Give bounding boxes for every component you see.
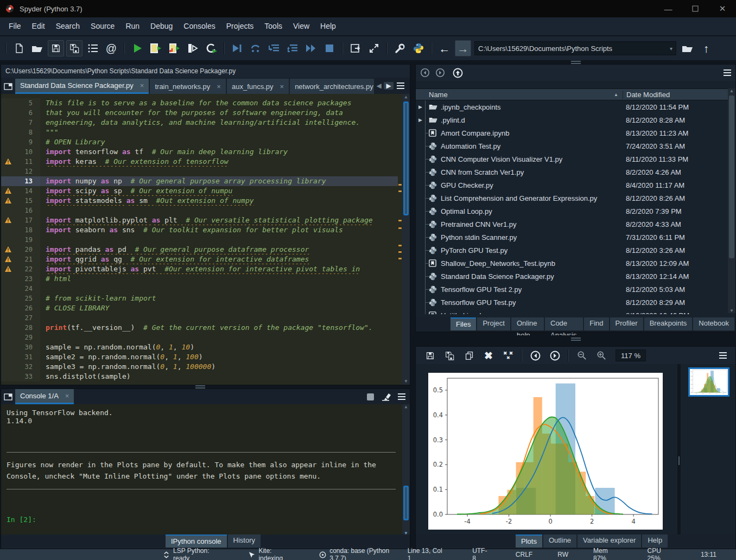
menu-debug[interactable]: Debug <box>145 17 178 35</box>
code-line[interactable]: 16 <box>1 206 398 215</box>
file-row[interactable]: GPU Checker.py8/4/2020 11:17 AM <box>416 179 728 192</box>
menu-projects[interactable]: Projects <box>221 17 259 35</box>
column-header-name[interactable]: Name ▲ <box>416 91 623 99</box>
plots-thumbnail-splitter[interactable] <box>677 364 681 534</box>
line-number-gutter[interactable]: 19 <box>1 235 40 245</box>
explorer-vertical-scrollbar[interactable]: ▲ ▼ <box>728 88 735 313</box>
file-row[interactable]: Amort Compare.ipynb8/13/2020 11:23 AM <box>416 126 728 139</box>
file-row[interactable]: Pretrained CNN Ver1.py8/2/2020 4:33 AM <box>416 218 728 231</box>
run-file-button[interactable] <box>129 40 145 56</box>
parent-directory-button[interactable]: ↑ <box>698 40 714 56</box>
file-row[interactable]: CNN Computer Vision Visualizer V1.py8/11… <box>416 152 728 166</box>
menu-help[interactable]: Help <box>315 17 341 35</box>
code-line[interactable]: 23# html <box>1 274 398 284</box>
tab-variable-explorer[interactable]: Variable explorer <box>578 534 641 548</box>
line-number-gutter[interactable]: 8 <box>1 128 40 137</box>
menu-file[interactable]: File <box>3 17 27 35</box>
run-selection-button[interactable] <box>185 40 201 56</box>
line-number-gutter[interactable]: 30 <box>1 342 40 352</box>
code-line[interactable]: 33sns.distplot(sample) <box>1 372 398 381</box>
matplotlib-figure[interactable]: -4-20240.00.10.20.30.40.5 <box>428 373 663 530</box>
code-line[interactable]: 7engineering, data analytics, and machin… <box>1 118 398 128</box>
tab-history[interactable]: History <box>228 534 261 548</box>
code-line[interactable]: 18import seaborn as sns # Our toolkit ex… <box>1 225 398 235</box>
maximize-button[interactable] <box>682 0 709 17</box>
editor-tab[interactable]: train_networks.py× <box>150 79 225 94</box>
file-row[interactable]: Untitled.ipynb8/10/2020 10:46 PM <box>416 309 728 314</box>
ipython-console-output[interactable]: Using TensorFlow backend.1.14.0 Figures … <box>1 404 410 536</box>
undock-pane-icon[interactable] <box>1 79 15 94</box>
line-number-gutter[interactable]: 31 <box>1 352 40 362</box>
next-directory-icon[interactable] <box>435 68 445 78</box>
preferences-wrench-button[interactable] <box>392 40 408 56</box>
line-number-gutter[interactable]: 26 <box>1 303 40 313</box>
file-row[interactable]: List Comprehension and Generator Express… <box>416 192 728 205</box>
menu-source[interactable]: Source <box>85 17 120 35</box>
tab-code-analysis[interactable]: Code Analysis <box>545 317 583 330</box>
line-number-gutter[interactable]: 28 <box>1 323 40 333</box>
code-line[interactable]: 5This file is to serve as a baseline for… <box>1 98 398 108</box>
editor-options-menu-button[interactable] <box>394 78 408 93</box>
line-number-gutter[interactable]: 17 <box>1 215 40 225</box>
line-number-gutter[interactable]: 25 <box>1 294 40 303</box>
console-options-menu-button[interactable] <box>398 396 405 397</box>
tab-notebook[interactable]: Notebook <box>693 317 734 330</box>
tab-profiler[interactable]: Profiler <box>610 317 643 330</box>
close-plot-button[interactable]: ✖ <box>481 348 496 362</box>
file-row[interactable]: Python stdin Scanner.py7/31/2020 6:11 PM <box>416 231 728 244</box>
maximize-pane-button[interactable] <box>347 40 364 56</box>
code-line[interactable]: 20import pandas as pd # Our general purp… <box>1 245 398 254</box>
previous-directory-icon[interactable] <box>420 68 430 78</box>
file-row[interactable]: Tensorflow GPU Test.py8/12/2020 8:29 AM <box>416 296 728 309</box>
expand-icon[interactable]: ▶ <box>418 104 423 110</box>
line-number-gutter[interactable]: 27 <box>1 313 40 323</box>
code-line[interactable]: 10import tensorflow as tf # Our main dee… <box>1 147 398 157</box>
scroll-up-icon[interactable]: ▲ <box>402 94 410 100</box>
file-row[interactable]: ▶.pylint.d8/12/2020 8:28 AM <box>416 113 728 126</box>
console-prompt[interactable]: In [2]: <box>7 516 397 524</box>
line-number-gutter[interactable]: 20 <box>1 245 40 254</box>
tab-console-1a[interactable]: Console 1/A × <box>15 389 74 404</box>
code-line[interactable]: 22import pivottablejs as pvt #Our extens… <box>1 264 398 274</box>
debug-step-over-button[interactable] <box>248 40 264 56</box>
undock-pane-icon[interactable] <box>1 389 15 404</box>
tab-help[interactable]: Help <box>642 534 668 548</box>
run-cell-button[interactable] <box>148 40 164 56</box>
menu-consoles[interactable]: Consoles <box>178 17 220 35</box>
parent-directory-icon[interactable] <box>453 68 463 78</box>
plots-options-menu-button[interactable] <box>719 355 727 356</box>
file-switcher-button[interactable] <box>85 40 101 56</box>
plot-zoom-level[interactable]: 117 % <box>616 349 646 361</box>
close-button[interactable]: ✕ <box>709 0 736 17</box>
minimize-button[interactable]: — <box>655 0 682 17</box>
menu-search[interactable]: Search <box>50 17 85 35</box>
scrollbar-thumb[interactable] <box>403 101 409 215</box>
code-line[interactable]: 24 <box>1 284 398 294</box>
tab-outline[interactable]: Outline <box>543 534 576 548</box>
code-line[interactable]: 30sample = np.random.normal(0, 1, 10) <box>1 342 398 352</box>
new-file-button[interactable] <box>11 40 27 56</box>
line-number-gutter[interactable]: 16 <box>1 206 40 215</box>
line-number-gutter[interactable]: 24 <box>1 284 40 294</box>
save-all-plots-button[interactable] <box>442 348 456 362</box>
clear-console-icon[interactable] <box>381 392 391 401</box>
file-row[interactable]: ▶.ipynb_checkpoints8/12/2020 11:54 PM <box>416 100 728 113</box>
explorer-options-menu-button[interactable] <box>724 72 731 73</box>
plot-thumbnail-selected[interactable]: -4-20240.00.10.20.30.40.5 <box>688 367 729 397</box>
line-number-gutter[interactable]: 21 <box>1 254 40 264</box>
code-line[interactable]: 14import scipy as sp # Our extension of … <box>1 186 398 196</box>
tab-breakpoints[interactable]: Breakpoints <box>644 317 693 330</box>
zoom-out-icon[interactable] <box>575 348 589 362</box>
menu-tools[interactable]: Tools <box>259 17 288 35</box>
line-number-gutter[interactable]: 5 <box>1 98 40 108</box>
scroll-down-icon[interactable]: ▼ <box>402 378 410 385</box>
tab-find[interactable]: Find <box>584 317 608 330</box>
line-number-gutter[interactable]: 23 <box>1 274 40 284</box>
close-icon[interactable]: × <box>217 82 221 91</box>
line-number-gutter[interactable]: 22 <box>1 264 40 274</box>
close-icon[interactable]: × <box>140 81 144 90</box>
code-line[interactable]: 29 <box>1 333 398 342</box>
editor-tab[interactable]: network_architectures.py× <box>290 79 374 94</box>
code-line[interactable]: 32sample3 = np.random.normal(0, 1, 10000… <box>1 362 398 372</box>
code-line[interactable]: 17import matplotlib.pyplot as plt # Our … <box>1 215 398 225</box>
